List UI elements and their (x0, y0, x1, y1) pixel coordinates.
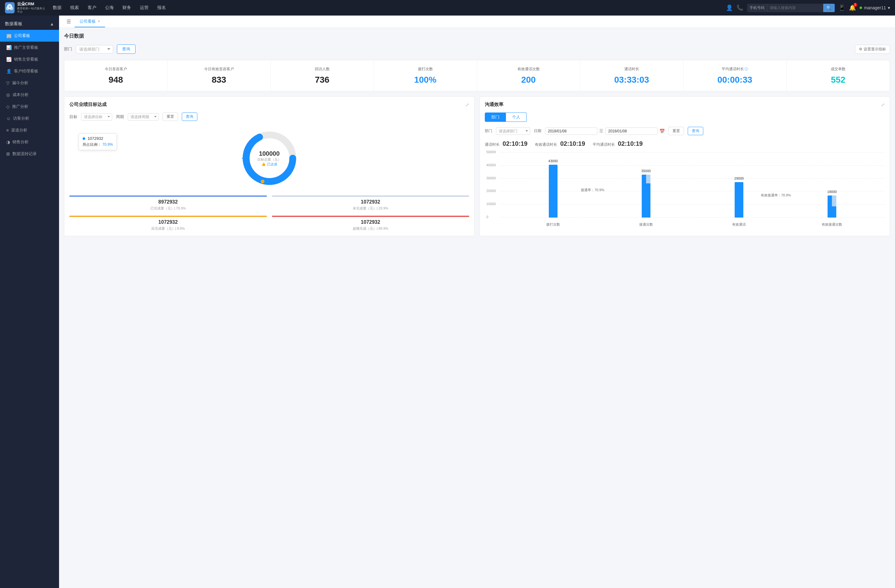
sidebar-section-header: 数据看板 ▲ (0, 18, 59, 30)
goal-target-label: 目标 (69, 114, 77, 120)
tooltip-value: 1072932 (83, 136, 113, 141)
stat-valid-consult: 今日有效首咨客户 833 (167, 60, 271, 91)
search-button[interactable]: 🔍 (823, 4, 835, 12)
bar-connect (642, 175, 651, 218)
goal-query-button[interactable]: 查询 (182, 112, 197, 121)
nav-customers[interactable]: 客户 (88, 4, 96, 12)
sidebar-item-label: 推广分析 (12, 104, 28, 109)
nav-public-sea[interactable]: 公海 (105, 4, 114, 12)
tab-close-icon[interactable]: ✕ (97, 20, 100, 23)
stat-effective-calls: 有效通话次数 200 (477, 60, 580, 91)
stat-value: 552 (790, 75, 886, 85)
stat-label: 成交单数 (790, 67, 886, 72)
sidebar-item-promo-manager[interactable]: 📊 推广主管看板 (0, 42, 59, 53)
bar-effective (735, 182, 743, 218)
phone-icon[interactable]: 📞 (737, 5, 743, 11)
user-icon[interactable]: 👤 (726, 5, 733, 11)
goal-stat-value: 1072932 (272, 199, 470, 205)
bar-label-43000: 43000 (548, 159, 558, 163)
goal-panel-header: 公司业绩目标达成 ⤢ (69, 102, 469, 108)
comm-panel-header: 沟通效率 ⤢ (485, 102, 885, 108)
visitor-icon: ☺ (6, 116, 11, 121)
nav-signup[interactable]: 报名 (157, 4, 166, 12)
sidebar-item-company-board[interactable]: 🏢 公司看板 (0, 30, 59, 42)
account-manager-icon: 👤 (6, 69, 12, 74)
sidebar-item-visitor[interactable]: ☺ 访客分析 (0, 112, 59, 124)
comm-dept-label: 部门 (485, 128, 492, 133)
bar-group-connect: 35000 接通率：70.9% (599, 169, 692, 218)
nav-data[interactable]: 数据 (53, 4, 62, 12)
tab-bar: ☰ 公司看板 ✕ (59, 15, 895, 28)
bar-dial (549, 165, 558, 218)
goal-stat-label: 已完成量（元）| 70.9% (69, 206, 267, 211)
stat-deals: 成交单数 552 (787, 60, 890, 91)
search-prefix[interactable]: 手机号码 (747, 4, 767, 12)
comm-reset-button[interactable]: 重置 (669, 127, 684, 135)
comm-panel-expand-icon[interactable]: ⤢ (881, 102, 885, 107)
tablet-icon[interactable]: 📱 (839, 5, 845, 11)
online-indicator (860, 6, 862, 9)
stat-today-consult: 今日首咨客户 948 (64, 60, 167, 91)
calendar-icon[interactable]: 📅 (660, 129, 665, 133)
donut-center-value: 100000 (257, 150, 281, 157)
bell-icon[interactable]: 🔔 5 (849, 5, 856, 11)
tab-toggle[interactable]: ☰ (64, 17, 73, 26)
nav-finance[interactable]: 财务 (123, 4, 131, 12)
bar-label-35000: 35000 (642, 169, 651, 173)
over-complete-bar (272, 216, 470, 217)
goal-panel: 公司业绩目标达成 ⤢ 目标 请选择目标 周期 请选择周期 重置 (64, 96, 475, 236)
sidebar-item-cost[interactable]: ◎ 成本分析 (0, 89, 59, 101)
dept-filter-select[interactable]: 请选择部门 (76, 45, 113, 53)
donut-center-label: 目标总量（元） (257, 157, 281, 162)
sidebar-item-label: 客户经理看板 (14, 68, 38, 74)
user-area[interactable]: manager11 ▾ (860, 5, 890, 10)
search-input[interactable] (767, 4, 823, 12)
sidebar-item-funnel[interactable]: ▽ 漏斗分析 (0, 77, 59, 89)
sidebar-item-sales-analysis[interactable]: ◑ 销售分析 (0, 136, 59, 148)
logo-text: 云朵CRM 教育机构一站式服务云平台 (17, 2, 46, 14)
stat-value: 200 (481, 75, 576, 85)
tab-company-board[interactable]: 公司看板 ✕ (74, 16, 105, 27)
logo: 云 云朵CRM 教育机构一站式服务云平台 (5, 2, 46, 14)
sidebar-item-sales-manager[interactable]: 📈 销售主管看板 (0, 53, 59, 65)
stat-value: 948 (68, 75, 164, 85)
logo-icon: 云 (5, 2, 15, 14)
bar-inset-effective-connect (832, 195, 836, 206)
stat-value: 100% (378, 75, 473, 85)
comm-date-end[interactable] (605, 127, 658, 135)
comm-date-start[interactable] (545, 127, 597, 135)
sidebar-item-channel[interactable]: ≡ 渠道分析 (0, 124, 59, 136)
sidebar-item-promo-analysis[interactable]: ◇ 推广分析 (0, 101, 59, 112)
comm-tab-dept[interactable]: 部门 (485, 112, 506, 122)
sidebar-section-label: 数据看板 (5, 21, 23, 27)
settings-button[interactable]: ⚙ 设置显示指标 (855, 45, 890, 54)
goal-panel-title: 公司业绩目标达成 (69, 102, 106, 108)
sidebar-item-label: 推广主管看板 (14, 45, 38, 50)
nav-leads[interactable]: 线索 (70, 4, 79, 12)
sidebar-item-account-manager[interactable]: 👤 客户经理看板 (0, 65, 59, 77)
svg-point-7 (261, 180, 264, 183)
comm-panel-title: 沟通效率 (485, 102, 504, 108)
goal-target-select[interactable]: 请选择目标 (81, 113, 112, 121)
promo-analysis-icon: ◇ (6, 104, 10, 109)
effective-connect-rate-annotation: 有效接通率：70.9% (761, 193, 791, 198)
goal-period-label: 周期 (116, 114, 124, 120)
main-content: ☰ 公司看板 ✕ 今日数据 部门 请选择部门 查询 ⚙ (59, 15, 895, 588)
sidebar-collapse-icon[interactable]: ▲ (50, 21, 54, 26)
top-navigation: 云 云朵CRM 教育机构一站式服务云平台 数据 线索 客户 公海 财务 运营 报… (0, 0, 895, 15)
comm-dept-select[interactable]: 请选择部门 (496, 127, 530, 135)
goal-stat-over-complete: 1072932 超额完成（元）| 89.9% (272, 216, 470, 231)
comm-query-button[interactable]: 查询 (688, 127, 703, 135)
comm-tab-individual[interactable]: 个人 (506, 112, 527, 122)
goal-period-select[interactable]: 请选择周期 (128, 113, 159, 121)
goal-panel-expand-icon[interactable]: ⤢ (466, 102, 469, 107)
notification-badge: 5 (853, 3, 858, 7)
nav-operations[interactable]: 运营 (140, 4, 149, 12)
sidebar-item-data-flow[interactable]: ⊞ 数据流转记录 (0, 148, 59, 160)
donut-tooltip: 1072932 所占比例： 70.9% (79, 133, 117, 150)
comm-stat-effective-duration: 有效通话时长 02:10:19 (535, 140, 585, 147)
goal-reset-button[interactable]: 重置 (162, 112, 178, 121)
query-button[interactable]: 查询 (117, 44, 135, 54)
stat-label: 今日有效首咨客户 (171, 67, 267, 72)
stat-value: 833 (171, 75, 267, 85)
